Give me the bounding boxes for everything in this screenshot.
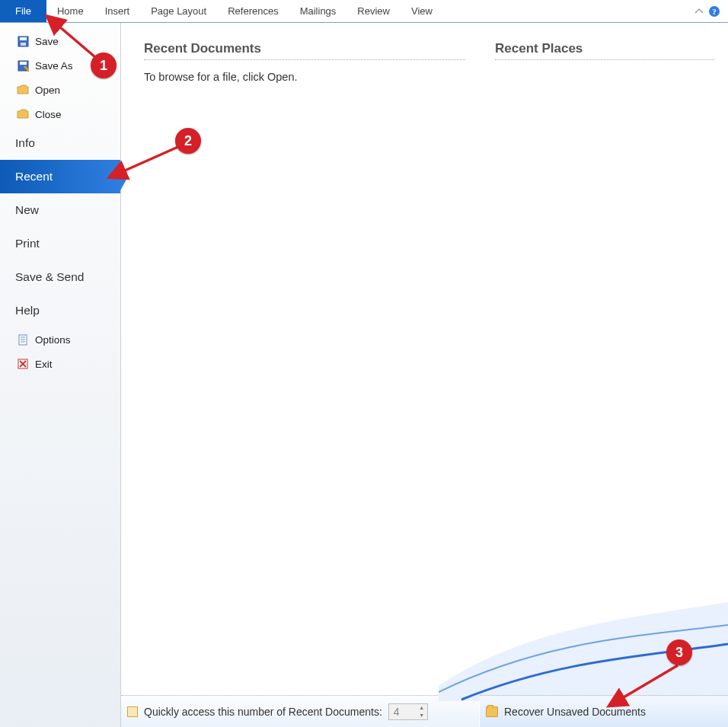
options-icon — [17, 333, 29, 346]
annotation-badge-3: 3 — [666, 639, 692, 665]
recent-places-panel: Recent Places Recover Unsaved Documents — [479, 23, 728, 727]
close-icon — [17, 108, 29, 120]
recent-documents-panel: Recent Documents To browse for a file, c… — [121, 23, 479, 727]
tab-view[interactable]: View — [401, 0, 443, 22]
sidebar-exit[interactable]: Exit — [0, 352, 120, 376]
sidebar-open[interactable]: Open — [0, 78, 120, 102]
svg-rect-3 — [20, 37, 27, 40]
quick-access-count[interactable]: 4 ▲▼ — [388, 703, 428, 720]
sidebar-help[interactable]: Help — [0, 294, 120, 327]
quick-access-footer: Quickly access this number of Recent Doc… — [121, 695, 479, 727]
sidebar-close-label: Close — [35, 109, 62, 120]
spinner[interactable]: ▲▼ — [417, 704, 427, 719]
sidebar-close[interactable]: Close — [0, 102, 120, 126]
tab-page-layout[interactable]: Page Layout — [140, 0, 217, 22]
sidebar-exit-label: Exit — [35, 359, 53, 370]
sidebar-options[interactable]: Options — [0, 327, 120, 352]
open-icon — [17, 84, 29, 96]
sidebar-save-send[interactable]: Save & Send — [0, 260, 120, 294]
sidebar-options-label: Options — [35, 334, 71, 346]
annotation-arrow-3 — [602, 661, 685, 714]
tab-review[interactable]: Review — [346, 0, 401, 22]
backstage-content: Recent Documents To browse for a file, c… — [121, 23, 728, 727]
svg-text:?: ? — [712, 7, 717, 16]
sidebar-info[interactable]: Info — [0, 126, 120, 160]
quick-access-label: Quickly access this number of Recent Doc… — [144, 706, 382, 718]
sidebar-print[interactable]: Print — [0, 227, 120, 260]
svg-line-14 — [49, 18, 101, 62]
sidebar-new[interactable]: New — [0, 193, 120, 227]
save-as-icon — [17, 59, 29, 72]
annotation-arrow-2 — [104, 142, 187, 183]
recent-documents-title: Recent Documents — [144, 41, 465, 56]
help-icon[interactable]: ? — [707, 0, 722, 22]
save-icon — [17, 35, 29, 47]
backstage-sidebar: Save Save As Open Close Info Recent New … — [0, 23, 121, 727]
svg-line-16 — [611, 665, 678, 705]
sidebar-recent[interactable]: Recent — [0, 160, 120, 193]
svg-rect-4 — [21, 43, 26, 46]
annotation-badge-1: 1 — [91, 53, 117, 78]
folder-icon — [486, 706, 498, 717]
exit-icon — [17, 358, 29, 370]
tab-mailings[interactable]: Mailings — [289, 0, 347, 22]
tab-file[interactable]: File — [0, 0, 46, 22]
recent-documents-desc: To browse for a file, click Open. — [144, 71, 465, 83]
svg-rect-6 — [20, 62, 27, 65]
annotation-badge-2: 2 — [175, 128, 201, 154]
tab-references[interactable]: References — [217, 0, 289, 22]
recent-places-title: Recent Places — [495, 41, 714, 56]
quick-access-checkbox[interactable] — [127, 706, 138, 717]
svg-line-15 — [111, 146, 180, 177]
sidebar-open-label: Open — [35, 84, 60, 96]
quick-access-value: 4 — [394, 706, 400, 718]
minimize-ribbon-icon[interactable] — [691, 0, 707, 22]
